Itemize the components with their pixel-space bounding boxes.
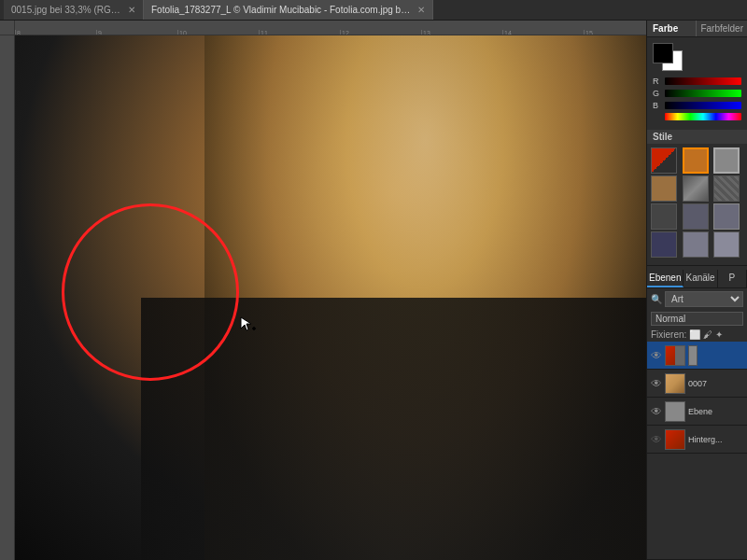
ebenen-section: Ebenen Kanäle P 🔍 Art Normal Fixieren: ⬜…: [647, 266, 747, 560]
layer-2-thumb: [665, 401, 685, 422]
stile-item-1[interactable]: [683, 147, 709, 174]
spectrum-row: [653, 113, 741, 120]
kanaele-tab[interactable]: Kanäle: [684, 270, 717, 287]
layer-0-thumb: [665, 345, 685, 366]
layer-1-name: 0007: [688, 379, 743, 388]
stile-item-10[interactable]: [683, 231, 709, 258]
layer-0-visibility[interactable]: 👁: [651, 349, 662, 362]
blend-mode-selector[interactable]: Normal: [651, 312, 743, 326]
stile-header[interactable]: Stile: [647, 130, 747, 144]
g-slider-row: G: [653, 89, 741, 98]
tab-0015-label: 0015.jpg bei 33,3% (RGB/...: [11, 5, 123, 15]
spectrum-slider[interactable]: [665, 113, 741, 120]
canvas-area[interactable]: 8 9 10 11 12 13 14 15: [0, 21, 646, 560]
stile-section: Stile: [647, 126, 747, 266]
stile-item-4[interactable]: [683, 175, 709, 202]
layer-1-visibility[interactable]: 👁: [651, 377, 662, 390]
layer-item-1[interactable]: 👁 0007: [647, 370, 747, 398]
farbe-tab[interactable]: Farbe: [647, 21, 697, 36]
fix-move-icon[interactable]: ✦: [715, 329, 723, 340]
tab-fotolia[interactable]: Fotolia_1783277_L © Vladimir Mucibabic -…: [144, 0, 433, 20]
stile-item-6[interactable]: [651, 203, 677, 230]
r-label: R: [653, 77, 662, 86]
ruler-vertical: [0, 35, 15, 560]
layer-0-mask: [688, 345, 698, 366]
stile-item-3[interactable]: [651, 175, 677, 202]
fix-brush-icon[interactable]: 🖌: [703, 329, 712, 340]
tab-fotolia-close[interactable]: ✕: [417, 5, 425, 15]
blend-mode-row: Normal: [647, 310, 747, 328]
layer-filter-row: 🔍 Art: [647, 288, 747, 310]
fixieren-label: Fixieren:: [651, 329, 686, 340]
layer-item-3[interactable]: 👁 Hinterg...: [647, 426, 747, 454]
b-label: B: [653, 101, 662, 110]
layer-3-name: Hinterg...: [688, 435, 743, 444]
clothing-area: [141, 298, 646, 560]
fixieren-row: Fixieren: ⬜ 🖌 ✦: [647, 328, 747, 342]
layer-3-thumb: [665, 429, 685, 450]
search-icon: 🔍: [651, 294, 662, 304]
g-label: G: [653, 89, 662, 98]
foreground-color-swatch[interactable]: [653, 43, 673, 63]
stile-grid: [647, 144, 747, 261]
layer-2-name: Ebene: [688, 407, 743, 416]
p-tab[interactable]: P: [718, 270, 747, 287]
layer-3-visibility[interactable]: 👁: [651, 433, 662, 446]
main-layout: 8 9 10 11 12 13 14 15: [0, 21, 747, 560]
color-swatches-area: R G B: [647, 37, 747, 126]
tab-fotolia-label: Fotolia_1783277_L © Vladimir Mucibabic -…: [151, 5, 413, 15]
color-panel-header: Farbe Farbfelder: [647, 21, 747, 37]
stile-item-8[interactable]: [713, 203, 740, 230]
layer-item-2[interactable]: 👁 Ebene: [647, 398, 747, 426]
g-slider[interactable]: [665, 90, 741, 97]
stile-item-11[interactable]: [713, 231, 740, 258]
tab-0015-close[interactable]: ✕: [128, 5, 135, 15]
ebenen-tabs: Ebenen Kanäle P: [647, 270, 747, 288]
color-sliders: R G B: [653, 77, 741, 120]
layer-item-0[interactable]: 👁: [647, 342, 747, 370]
r-slider-row: R: [653, 77, 741, 86]
layer-1-thumb: [665, 373, 685, 394]
title-bar: 0015.jpg bei 33,3% (RGB/... ✕ Fotolia_17…: [0, 0, 747, 21]
ebenen-tab[interactable]: Ebenen: [647, 270, 684, 287]
farbfelder-tab[interactable]: Farbfelder: [697, 21, 747, 36]
ruler-corner: [0, 21, 15, 35]
tab-0015[interactable]: 0015.jpg bei 33,3% (RGB/... ✕: [4, 0, 144, 20]
stile-item-0[interactable]: [651, 147, 677, 174]
fg-bg-swatches: [653, 43, 690, 73]
stile-item-5[interactable]: [713, 175, 740, 202]
stile-item-7[interactable]: [683, 203, 709, 230]
stile-item-9[interactable]: [651, 231, 677, 258]
b-slider-row: B: [653, 101, 741, 110]
b-slider[interactable]: [665, 102, 741, 109]
right-panel: Farbe Farbfelder R G B: [646, 21, 747, 560]
photo-container: [15, 35, 646, 560]
r-slider[interactable]: [665, 77, 741, 85]
layer-list: 👁 👁 0007 👁 Ebene: [647, 342, 747, 454]
layer-filter-dropdown[interactable]: Art: [665, 291, 743, 307]
canvas-content[interactable]: [15, 35, 646, 560]
fix-checkerboard-icon[interactable]: ⬜: [689, 329, 700, 340]
ruler-horizontal: 8 9 10 11 12 13 14 15: [0, 21, 646, 35]
layer-2-visibility[interactable]: 👁: [651, 405, 662, 418]
stile-item-2[interactable]: [713, 147, 740, 174]
